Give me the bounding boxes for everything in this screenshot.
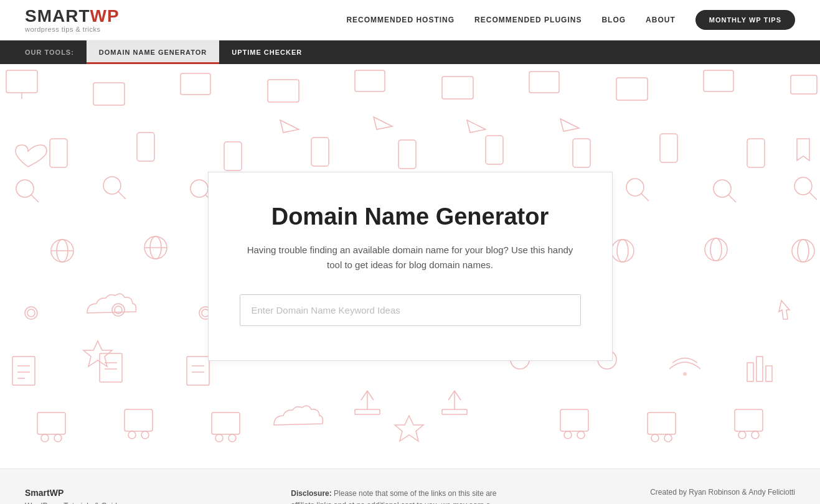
site-footer: SmartWP WordPress Tutorials & Guides for… [0, 469, 820, 504]
svg-rect-68 [12, 357, 35, 385]
svg-point-98 [229, 434, 236, 442]
footer-brand-name: SmartWP [25, 488, 144, 498]
svg-rect-102 [648, 413, 676, 434]
svg-rect-13 [224, 142, 242, 170]
svg-rect-79 [355, 409, 380, 414]
svg-rect-4 [268, 80, 299, 102]
logo-smart: SMART [25, 6, 90, 26]
svg-point-104 [664, 434, 672, 442]
card-description: Having trouble finding an available doma… [240, 243, 581, 273]
svg-point-56 [705, 238, 727, 261]
svg-rect-19 [747, 139, 765, 167]
tools-toolbar: OUR TOOLS: DOMAIN NAME GENERATOR UPTIME … [0, 40, 820, 64]
disclosure-label: Disclosure: [291, 489, 331, 498]
svg-rect-5 [355, 70, 385, 91]
svg-rect-2 [93, 83, 125, 105]
svg-point-101 [577, 431, 585, 439]
nav-about[interactable]: ABOUT [646, 16, 676, 24]
svg-rect-12 [137, 133, 154, 161]
svg-point-43 [144, 236, 167, 259]
svg-point-44 [150, 236, 161, 259]
svg-point-62 [112, 304, 125, 316]
svg-point-38 [794, 177, 812, 195]
nav-blog[interactable]: BLOG [601, 16, 626, 24]
svg-point-40 [51, 240, 73, 262]
svg-point-20 [16, 180, 34, 197]
toolbar-label: OUR TOOLS: [25, 49, 74, 56]
footer-brand: SmartWP WordPress Tutorials & Guides for… [25, 488, 144, 504]
svg-rect-18 [660, 134, 677, 162]
logo-tagline: wordpress tips & tricks [25, 26, 120, 33]
toolbar-uptime-checker[interactable]: UPTIME CHECKER [219, 40, 314, 64]
footer-credit: Created by Ryan Robinson & Andy Feliciot… [650, 488, 795, 497]
svg-point-97 [215, 434, 223, 442]
svg-rect-87 [747, 363, 753, 381]
svg-marker-112 [779, 301, 789, 319]
svg-rect-105 [735, 409, 763, 431]
svg-marker-108 [280, 120, 299, 133]
svg-point-95 [141, 431, 149, 439]
site-header: SMARTWP wordpress tips & tricks RECOMMEN… [0, 0, 820, 40]
nav-plugins[interactable]: RECOMMENDED PLUGINS [474, 16, 582, 24]
svg-rect-7 [529, 72, 559, 93]
svg-line-23 [118, 192, 126, 199]
svg-point-54 [611, 240, 634, 262]
svg-rect-9 [704, 70, 733, 91]
svg-rect-17 [573, 139, 590, 167]
keyword-input[interactable] [240, 294, 581, 326]
svg-point-61 [27, 309, 35, 317]
logo-wp: WP [90, 6, 120, 26]
svg-point-22 [103, 177, 121, 194]
svg-marker-111 [560, 119, 579, 131]
svg-point-106 [738, 431, 746, 439]
svg-line-37 [728, 195, 736, 202]
footer-brand-tagline-row: WordPress Tutorials & Guides for Smart B… [25, 500, 144, 504]
svg-rect-15 [398, 140, 416, 169]
svg-point-63 [115, 306, 122, 314]
svg-point-92 [54, 434, 62, 442]
svg-marker-114 [83, 341, 112, 366]
svg-marker-110 [467, 120, 486, 133]
svg-rect-88 [756, 357, 763, 381]
svg-marker-109 [374, 117, 392, 129]
svg-rect-81 [442, 409, 467, 414]
svg-point-36 [714, 180, 731, 197]
svg-rect-72 [100, 353, 122, 382]
toolbar-domain-generator[interactable]: DOMAIN NAME GENERATOR [87, 40, 219, 64]
svg-rect-90 [37, 413, 65, 434]
svg-rect-89 [766, 366, 772, 381]
nav-hosting[interactable]: RECOMMENDED HOSTING [346, 16, 455, 24]
nav-cta-button[interactable]: MONTHLY WP TIPS [695, 10, 795, 30]
svg-rect-14 [311, 138, 329, 166]
svg-rect-93 [125, 409, 153, 431]
svg-point-94 [128, 431, 136, 439]
svg-line-21 [31, 195, 39, 202]
svg-point-59 [798, 240, 809, 262]
site-logo[interactable]: SMARTWP wordpress tips & tricks [25, 7, 120, 34]
svg-point-24 [191, 180, 208, 197]
svg-rect-3 [181, 73, 210, 95]
svg-point-91 [41, 434, 49, 442]
svg-rect-75 [187, 357, 209, 385]
footer-disclosure: Disclosure: Please note that some of the… [291, 488, 502, 504]
svg-rect-0 [6, 70, 37, 93]
svg-rect-99 [560, 409, 588, 431]
svg-point-41 [57, 240, 68, 262]
svg-marker-115 [395, 416, 423, 441]
footer-brand-tagline: WordPress Tutorials & Guides for Smart B… [25, 500, 125, 504]
svg-line-39 [809, 192, 817, 200]
svg-rect-96 [212, 413, 240, 434]
svg-rect-6 [442, 77, 473, 99]
svg-marker-113 [797, 139, 809, 161]
svg-point-58 [792, 240, 814, 262]
svg-rect-16 [486, 136, 503, 164]
svg-rect-11 [50, 139, 67, 167]
svg-rect-8 [616, 78, 648, 100]
svg-point-107 [752, 431, 759, 439]
svg-rect-10 [791, 75, 817, 94]
svg-point-86 [683, 372, 687, 376]
main-nav: RECOMMENDED HOSTING RECOMMENDED PLUGINS … [346, 10, 795, 30]
svg-point-100 [564, 431, 572, 439]
svg-point-55 [617, 240, 628, 262]
logo-text: SMARTWP [25, 7, 120, 26]
